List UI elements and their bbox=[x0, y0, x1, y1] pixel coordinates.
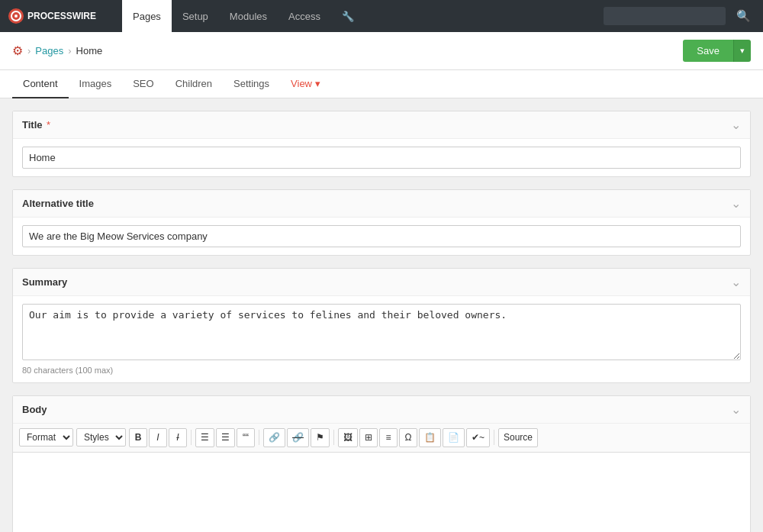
save-button-group: Save ▾ bbox=[683, 40, 751, 62]
toolbar-sep2 bbox=[259, 430, 259, 445]
brand-logo[interactable]: PROCESSWIRE bbox=[8, 8, 107, 24]
table-button[interactable]: ⊞ bbox=[359, 428, 378, 447]
toolbar-sep1 bbox=[191, 430, 192, 445]
tab-settings[interactable]: Settings bbox=[223, 70, 280, 98]
alt-title-field-body bbox=[13, 218, 750, 255]
summary-field-label: Summary bbox=[22, 276, 67, 288]
chevron-down-icon: ▾ bbox=[315, 78, 320, 89]
title-field-label: Title * bbox=[22, 119, 50, 131]
paste-plain-button[interactable]: 📄 bbox=[443, 428, 465, 447]
summary-textarea[interactable]: Our aim is to provide a variety of servi… bbox=[22, 304, 741, 360]
summary-field-section: Summary ⌄ Our aim is to provide a variet… bbox=[12, 268, 751, 383]
top-navigation: PROCESSWIRE Pages Setup Modules Access 🔧… bbox=[0, 0, 763, 32]
body-editor: Format Styles B I I ☰ ☰ ““ 🔗 🔗 ⚑ 🖼 ⊞ bbox=[13, 424, 750, 532]
nav-wrench[interactable]: 🔧 bbox=[331, 0, 365, 32]
toolbar-sep4 bbox=[494, 430, 494, 445]
alt-title-field-label: Alternative title bbox=[22, 198, 94, 209]
body-field-label: Body bbox=[22, 404, 47, 415]
tab-seo[interactable]: SEO bbox=[122, 70, 164, 98]
tab-view-label: View bbox=[291, 78, 312, 89]
nav-modules[interactable]: Modules bbox=[219, 0, 278, 32]
breadcrumb-sep2: › bbox=[68, 45, 71, 56]
search-button[interactable]: 🔍 bbox=[732, 6, 755, 26]
summary-counter: 80 characters (100 max) bbox=[22, 366, 741, 375]
title-field-body bbox=[13, 139, 750, 176]
search-input[interactable] bbox=[604, 7, 726, 25]
tab-view[interactable]: View ▾ bbox=[280, 70, 331, 98]
toolbar-sep3 bbox=[333, 430, 334, 445]
body-field-toggle[interactable]: ⌄ bbox=[731, 402, 741, 417]
svg-point-2 bbox=[14, 15, 18, 18]
summary-field-body: Our aim is to provide a variety of servi… bbox=[13, 296, 750, 382]
breadcrumb-sep1: › bbox=[27, 45, 31, 56]
editor-toolbar: Format Styles B I I ☰ ☰ ““ 🔗 🔗 ⚑ 🖼 ⊞ bbox=[13, 424, 750, 453]
summary-field-toggle[interactable]: ⌄ bbox=[731, 275, 741, 289]
strikethrough-button[interactable]: I bbox=[169, 428, 187, 447]
align-button[interactable]: ≡ bbox=[379, 428, 398, 447]
anchor-button[interactable]: ⚑ bbox=[311, 428, 330, 447]
tab-content[interactable]: Content bbox=[12, 70, 69, 98]
ordered-list-button[interactable]: ☰ bbox=[195, 428, 214, 447]
nav-pages[interactable]: Pages bbox=[122, 0, 172, 32]
alt-title-field-toggle[interactable]: ⌄ bbox=[731, 196, 741, 211]
body-editor-area[interactable] bbox=[13, 453, 750, 532]
unlink-button[interactable]: 🔗 bbox=[287, 428, 309, 447]
unordered-list-button[interactable]: ☰ bbox=[216, 428, 235, 447]
link-button[interactable]: 🔗 bbox=[263, 428, 285, 447]
body-field-section: Body ⌄ Format Styles B I I ☰ ☰ ““ 🔗 🔗 bbox=[12, 395, 751, 532]
admin-icon: ⚙ bbox=[12, 44, 23, 58]
title-input[interactable] bbox=[22, 147, 741, 169]
blockquote-button[interactable]: ““ bbox=[237, 428, 255, 447]
paste-word-button[interactable]: 📋 bbox=[419, 428, 441, 447]
breadcrumb-current: Home bbox=[76, 45, 103, 56]
save-button[interactable]: Save bbox=[683, 40, 733, 62]
alt-title-input[interactable] bbox=[22, 225, 741, 247]
nav-setup[interactable]: Setup bbox=[172, 0, 219, 32]
spellcheck-button[interactable]: ✔~ bbox=[466, 428, 490, 447]
alt-title-field-header: Alternative title ⌄ bbox=[13, 190, 750, 218]
tabs-bar: Content Images SEO Children Settings Vie… bbox=[0, 70, 763, 98]
title-field-section: Title * ⌄ bbox=[12, 111, 751, 177]
title-required-indicator: * bbox=[44, 119, 51, 131]
title-field-toggle[interactable]: ⌄ bbox=[731, 118, 741, 132]
alt-title-field-section: Alternative title ⌄ bbox=[12, 189, 751, 256]
body-field-header: Body ⌄ bbox=[13, 396, 750, 424]
breadcrumb: ⚙ › Pages › Home bbox=[12, 44, 102, 58]
breadcrumb-bar: ⚙ › Pages › Home Save ▾ bbox=[0, 32, 763, 70]
styles-select[interactable]: Styles bbox=[76, 428, 126, 447]
breadcrumb-pages[interactable]: Pages bbox=[35, 45, 63, 56]
image-button[interactable]: 🖼 bbox=[338, 428, 358, 447]
tab-children[interactable]: Children bbox=[165, 70, 223, 98]
top-nav-links: Pages Setup Modules Access 🔧 bbox=[122, 0, 604, 32]
format-select[interactable]: Format bbox=[19, 428, 73, 447]
svg-text:PROCESSWIRE: PROCESSWIRE bbox=[27, 11, 96, 21]
italic-button[interactable]: I bbox=[149, 428, 167, 447]
bold-button[interactable]: B bbox=[129, 428, 147, 447]
special-char-button[interactable]: Ω bbox=[399, 428, 417, 447]
nav-access[interactable]: Access bbox=[278, 0, 331, 32]
tab-images[interactable]: Images bbox=[69, 70, 123, 98]
top-nav-right: 🔍 bbox=[604, 6, 755, 26]
save-dropdown-button[interactable]: ▾ bbox=[733, 40, 751, 62]
title-field-header: Title * ⌄ bbox=[13, 111, 750, 139]
summary-field-header: Summary ⌄ bbox=[13, 269, 750, 296]
source-button[interactable]: Source bbox=[498, 428, 538, 447]
main-content: Title * ⌄ Alternative title ⌄ Summary ⌄ … bbox=[0, 111, 763, 532]
